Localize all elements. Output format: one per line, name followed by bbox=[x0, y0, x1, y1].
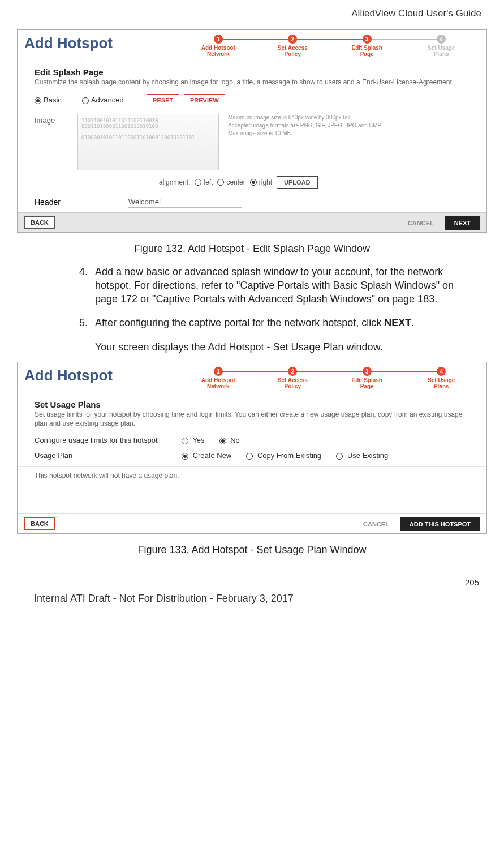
step-2: 2 Set AccessPolicy bbox=[256, 35, 330, 57]
section-title: Edit Splash Page bbox=[18, 58, 486, 77]
step-label: Set AccessPolicy bbox=[278, 377, 308, 389]
next-button[interactable]: NEXT bbox=[445, 216, 480, 230]
align-center[interactable]: center bbox=[217, 178, 245, 186]
figure-133-screenshot: Add Hotspot 1 Add HotspotNetwork 2 Set A… bbox=[17, 362, 487, 534]
step-3: 3 Edit SplashPage bbox=[330, 367, 404, 389]
step-4: 4 Set UsagePlans bbox=[404, 367, 479, 389]
step-number: 5. bbox=[79, 316, 88, 329]
usage-note: This hotspot network will not have a usa… bbox=[18, 466, 486, 513]
radio-icon bbox=[250, 179, 257, 186]
radio-icon bbox=[35, 97, 41, 104]
step-line bbox=[292, 371, 367, 372]
header-input[interactable] bbox=[128, 196, 242, 208]
step-line bbox=[218, 371, 293, 372]
step-label: Set UsagePlans bbox=[428, 45, 455, 57]
step-2: 2 Set AccessPolicy bbox=[256, 367, 330, 389]
step-4: 4 Set UsagePlans bbox=[404, 35, 479, 57]
radio-icon bbox=[246, 453, 253, 460]
window-title: Add Hotspot bbox=[18, 30, 119, 53]
footer-bar: BACK CANCEL ADD THIS HOTSPOT bbox=[18, 513, 486, 533]
radio-icon bbox=[336, 453, 343, 460]
radio-icon bbox=[182, 453, 188, 460]
step-line bbox=[367, 371, 442, 372]
radio-icon bbox=[82, 97, 89, 104]
back-button[interactable]: BACK bbox=[24, 216, 55, 229]
step-dot: 3 bbox=[363, 367, 372, 376]
step-4-text: Add a new basic or advanced splash windo… bbox=[95, 266, 454, 305]
window-title: Add Hotspot bbox=[18, 362, 119, 386]
radio-basic[interactable]: Basic bbox=[35, 96, 62, 104]
section-description: Set usage limits for your hotspot by cho… bbox=[18, 409, 486, 432]
step-label: Add HotspotNetwork bbox=[201, 377, 235, 389]
alignment-label: alignment: bbox=[159, 178, 190, 186]
section-description: Customize the splash page content by cho… bbox=[18, 77, 486, 92]
radio-icon bbox=[195, 179, 201, 186]
step-dot: 1 bbox=[214, 35, 223, 44]
plan-create-new[interactable]: Create New bbox=[182, 451, 231, 460]
step-5-result: Your screen displays the Add Hotspot - S… bbox=[79, 340, 470, 354]
body-text: 4. Add a new basic or advanced splash wi… bbox=[11, 265, 493, 354]
figure-133-caption: Figure 133. Add Hotspot - Set Usage Plan… bbox=[11, 534, 493, 566]
step-dot: 1 bbox=[214, 367, 223, 376]
radio-icon bbox=[219, 438, 226, 444]
figure-132-screenshot: Add Hotspot 1 Add HotspotNetwork 2 Set A… bbox=[17, 29, 487, 233]
cancel-button[interactable]: CANCEL bbox=[354, 519, 398, 530]
back-button[interactable]: BACK bbox=[24, 517, 55, 530]
radio-icon bbox=[182, 438, 188, 444]
reset-button[interactable]: RESET bbox=[147, 94, 180, 106]
step-1: 1 Add HotspotNetwork bbox=[181, 35, 256, 57]
radio-icon bbox=[217, 179, 224, 186]
section-title: Set Usage Plans bbox=[18, 391, 486, 409]
page-number: 205 bbox=[11, 566, 493, 590]
step-label: Add HotspotNetwork bbox=[201, 45, 235, 57]
step-label: Edit SplashPage bbox=[352, 377, 382, 389]
step-line bbox=[292, 39, 367, 40]
doc-header: AlliedView Cloud User's Guide bbox=[11, 6, 493, 29]
step-number: 4. bbox=[79, 265, 88, 279]
image-dropzone[interactable]: 1101100101011011100110010000110100001100… bbox=[77, 114, 219, 170]
step-3: 3 Edit SplashPage bbox=[330, 35, 404, 57]
plan-copy-existing[interactable]: Copy From Existing bbox=[246, 451, 321, 460]
add-hotspot-button[interactable]: ADD THIS HOTSPOT bbox=[400, 517, 480, 531]
step-5-text: After configuring the captive portal for… bbox=[95, 317, 414, 328]
upload-button[interactable]: UPLOAD bbox=[277, 176, 317, 189]
step-dot: 2 bbox=[288, 35, 297, 44]
stepper: 1 Add HotspotNetwork 2 Set AccessPolicy … bbox=[181, 362, 486, 391]
header-label: Header bbox=[35, 198, 61, 207]
preview-button[interactable]: PREVIEW bbox=[184, 94, 225, 106]
step-dot: 4 bbox=[437, 35, 446, 44]
cancel-button[interactable]: CANCEL bbox=[399, 217, 443, 229]
radio-advanced[interactable]: Advanced bbox=[82, 96, 124, 104]
cfg-yes[interactable]: Yes bbox=[182, 436, 205, 444]
step-1: 1 Add HotspotNetwork bbox=[181, 367, 256, 389]
step-line bbox=[367, 39, 442, 40]
usage-plan-label: Usage Plan bbox=[35, 451, 182, 460]
step-line bbox=[218, 39, 293, 40]
doc-footer: Internal ATI Draft - Not For Distributio… bbox=[11, 590, 493, 605]
stepper: 1 Add HotspotNetwork 2 Set AccessPolicy … bbox=[181, 30, 486, 58]
image-label: Image bbox=[35, 114, 68, 125]
step-label: Set UsagePlans bbox=[428, 377, 455, 389]
step-dot: 3 bbox=[363, 35, 372, 44]
image-hints: Maximum image size is 640px wide by 300p… bbox=[228, 114, 469, 138]
align-left[interactable]: left bbox=[195, 178, 213, 186]
figure-132-caption: Figure 132. Add Hotspot - Edit Splash Pa… bbox=[11, 233, 493, 265]
footer-bar: BACK CANCEL NEXT bbox=[18, 212, 486, 232]
configure-limits-label: Configure usage limits for this hotspot bbox=[35, 436, 182, 444]
align-right[interactable]: right bbox=[250, 178, 272, 186]
step-dot: 2 bbox=[288, 367, 297, 376]
plan-use-existing[interactable]: Use Existing bbox=[336, 451, 388, 460]
step-dot: 4 bbox=[437, 367, 446, 376]
step-label: Set AccessPolicy bbox=[278, 45, 308, 57]
cfg-no[interactable]: No bbox=[219, 436, 240, 444]
step-label: Edit SplashPage bbox=[352, 45, 382, 57]
